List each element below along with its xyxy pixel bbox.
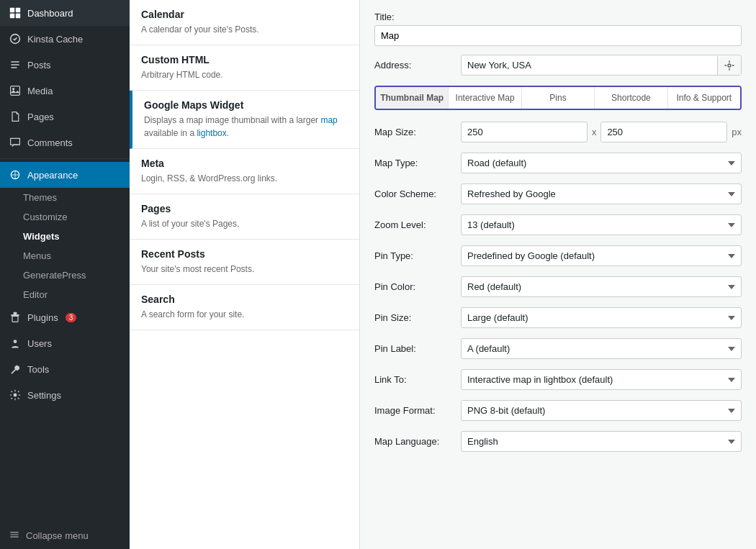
sidebar-label-posts: Posts [27,60,51,71]
tab-pins-label: Pins [549,93,566,103]
sidebar-item-users[interactable]: Users [0,330,130,356]
image-format-select[interactable]: PNG 8-bit (default) JPEG [461,400,742,421]
pin-type-select[interactable]: Predefined by Google (default) Custom [461,245,742,266]
map-width-input[interactable] [461,122,588,142]
svg-point-6 [12,88,14,90]
color-scheme-select-wrap: Refreshed by Google Classic Dark Night [461,183,742,204]
pin-label-select-wrap: A (default) B [461,338,742,359]
sidebar-label-widgets: Widgets [23,231,59,242]
svg-point-10 [14,340,17,343]
widget-search-desc: A search form for your site. [141,308,348,321]
widget-search-title: Search [141,294,348,305]
sidebar-item-posts[interactable]: Posts [0,52,130,78]
media-icon [9,84,22,97]
svg-rect-9 [12,316,18,322]
sidebar-item-comments[interactable]: Comments [0,130,130,155]
color-scheme-label: Color Scheme: [374,189,454,199]
address-input-wrap [461,55,742,76]
tab-thumbnail-map-label: Thumbnail Map [380,93,444,103]
sidebar-item-widgets[interactable]: Widgets [14,227,130,246]
sidebar-label-customize: Customize [23,212,67,222]
map-link[interactable]: map [320,115,337,125]
zoom-level-select[interactable]: 13 (default) 1 5 [461,214,742,235]
pin-label-row: Pin Label: A (default) B [374,338,742,359]
title-label: Title: [374,12,742,22]
sidebar-item-tools[interactable]: Tools [0,356,130,382]
widget-recent-posts-desc: Your site's most recent Posts. [141,263,348,276]
pin-size-select[interactable]: Large (default) Small Medium [461,307,742,328]
kinsta-icon [9,32,22,45]
sidebar-label-users: Users [27,338,52,349]
address-locate-button[interactable] [717,56,741,75]
settings-icon [9,389,22,401]
title-input[interactable] [374,25,742,46]
widget-meta[interactable]: Meta Login, RSS, & WordPress.org links. [130,149,359,194]
sidebar-label-media: Media [27,86,53,96]
pin-size-label: Pin Size: [374,312,454,323]
tools-icon [9,363,22,376]
pin-size-row: Pin Size: Large (default) Small Medium [374,307,742,328]
sidebar-label-dashboard: Dashboard [27,8,73,19]
image-format-row: Image Format: PNG 8-bit (default) JPEG [374,400,742,421]
address-input[interactable] [462,55,717,75]
users-icon [9,337,22,350]
pin-color-select[interactable]: Red (default) Blue Green [461,276,742,297]
widget-search[interactable]: Search A search form for your site. [130,285,359,330]
comments-icon [9,136,22,149]
appearance-submenu: Themes Customize Widgets Menus GenerateP… [0,188,130,304]
sidebar-item-settings[interactable]: Settings [0,382,130,408]
widget-meta-desc: Login, RSS, & WordPress.org links. [141,172,348,185]
zoom-level-label: Zoom Level: [374,219,454,230]
map-language-row: Map Language: English Spanish French [374,431,742,452]
sidebar-item-editor[interactable]: Editor [14,285,130,304]
map-height-input[interactable] [600,122,727,142]
collapse-icon [9,529,20,543]
plugins-badge: 3 [66,313,77,322]
widget-google-maps-desc: Displays a map image thumbnail with a la… [144,114,348,140]
sidebar-item-generatepress[interactable]: GeneratePress [14,266,130,285]
sidebar-label-kinsta: Kinsta Cache [27,34,83,45]
collapse-menu-button[interactable]: Collapse menu [0,522,130,549]
sidebar-item-kinsta[interactable]: Kinsta Cache [0,26,130,52]
sidebar-item-plugins[interactable]: Plugins 3 [0,304,130,330]
widget-custom-html[interactable]: Custom HTML Arbitrary HTML code. [130,45,359,91]
tab-thumbnail-map[interactable]: Thumbnail Map [376,87,449,109]
tab-shortcode-label: Shortcode [611,93,651,103]
tab-shortcode[interactable]: Shortcode [595,87,667,109]
dashboard-icon [9,6,22,19]
map-type-label: Map Type: [374,158,454,168]
map-type-row: Map Type: Road (default) Satellite Terra… [374,153,742,173]
sidebar-item-customize[interactable]: Customize [14,207,130,227]
sidebar-item-themes[interactable]: Themes [14,188,130,207]
svg-rect-1 [16,8,20,12]
pin-label-select[interactable]: A (default) B [461,338,742,359]
widget-google-maps[interactable]: Google Maps Widget Displays a map image … [130,91,359,149]
image-format-select-wrap: PNG 8-bit (default) JPEG [461,400,742,421]
widget-pages[interactable]: Pages A list of your site's Pages. [130,194,359,240]
color-scheme-select[interactable]: Refreshed by Google Classic Dark Night [461,183,742,204]
link-to-row: Link To: Interactive map in lightbox (de… [374,369,742,390]
tab-pins[interactable]: Pins [522,87,595,109]
map-type-select[interactable]: Road (default) Satellite Terrain Hybrid [461,153,742,173]
tab-interactive-map-label: Interactive Map [456,93,515,103]
sidebar-label-comments: Comments [27,137,73,148]
widget-list-left: Calendar A calendar of your site's Posts… [130,0,360,549]
map-language-select[interactable]: English Spanish French [461,431,742,452]
sidebar-item-pages[interactable]: Pages [0,104,130,130]
map-type-select-wrap: Road (default) Satellite Terrain Hybrid [461,153,742,173]
link-to-select[interactable]: Interactive map in lightbox (default) No… [461,369,742,390]
sidebar-item-media[interactable]: Media [0,78,130,104]
sidebar-item-appearance[interactable]: Appearance [0,162,130,188]
tab-info-support[interactable]: Info & Support [668,87,740,109]
svg-rect-3 [16,14,20,18]
widget-google-maps-title: Google Maps Widget [144,99,348,111]
tab-interactive-map[interactable]: Interactive Map [449,87,521,109]
pin-color-label: Pin Color: [374,281,454,292]
address-label: Address: [374,60,454,71]
lightbox-link[interactable]: lightbox [197,128,226,138]
sidebar-item-dashboard[interactable]: Dashboard [0,0,130,26]
sidebar-item-menus[interactable]: Menus [14,246,130,266]
pin-size-select-wrap: Large (default) Small Medium [461,307,742,328]
widget-calendar[interactable]: Calendar A calendar of your site's Posts… [130,0,359,45]
widget-recent-posts[interactable]: Recent Posts Your site's most recent Pos… [130,240,359,285]
